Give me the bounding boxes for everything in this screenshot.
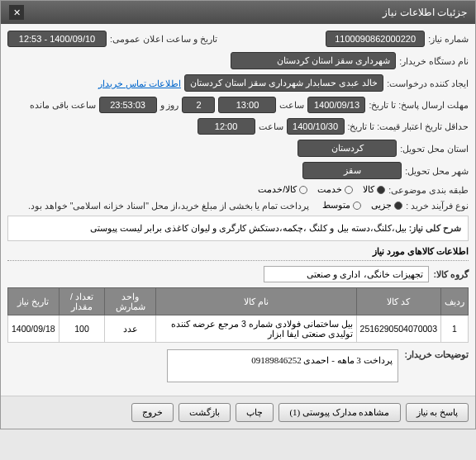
province-value: کردستان <box>298 140 397 157</box>
payment-note: پرداخت تمام یا بخشی از مبلغ خرید،از محل … <box>28 201 309 211</box>
buyer-org-label: نام دستگاه خریدار: <box>399 56 469 66</box>
th-unit: واحد شمارش <box>105 288 155 315</box>
buyer-notes-label: توضیحات خریدار: <box>405 349 469 359</box>
radio-kala[interactable]: کالا <box>363 184 385 195</box>
remaining-time: 23:53:03 <box>99 97 157 113</box>
exit-button[interactable]: خروج <box>131 403 174 422</box>
attachments-button[interactable]: مشاهده مدارک پیوستی (1) <box>278 403 400 422</box>
radio-label-both: کالا/خدمت <box>258 184 297 195</box>
deadline-date: 1400/09/13 <box>307 97 365 113</box>
time-label-2: ساعت <box>259 121 283 131</box>
requester-label: ایجاد کننده درخواست: <box>387 78 469 88</box>
table-header-row: ردیف کد کالا نام کالا واحد شمارش تعداد /… <box>8 288 469 315</box>
back-button[interactable]: بازگشت <box>178 403 231 422</box>
process-label: نوع فرآیند خرید : <box>406 201 469 211</box>
radio-dot-both <box>299 186 307 194</box>
footer-buttons: پاسخ به نیاز مشاهده مدارک پیوستی (1) چاپ… <box>1 396 475 429</box>
radio-dot-medium <box>353 202 361 210</box>
requester-value: خالد عبدی حسابدار شهرداری سقز استان کردس… <box>184 74 383 92</box>
radio-service[interactable]: خدمت <box>317 184 353 195</box>
validity-time: 12:00 <box>198 118 255 135</box>
general-desc-box: شرح کلی نیاز: بیل،کلنگ،دسته بیل و کلنگ ،… <box>7 216 469 241</box>
th-name: نام کالا <box>155 288 356 315</box>
radio-dot-service <box>345 186 353 194</box>
time-label-1: ساعت <box>279 100 304 110</box>
group-value[interactable] <box>264 266 429 282</box>
content-area: شماره نیاز: 1100090862000220 تاریخ و ساع… <box>1 24 475 396</box>
print-button[interactable]: چاپ <box>236 403 274 422</box>
detail-window: جزئیات اطلاعات نیاز ✕ شماره نیاز: 110009… <box>0 0 476 429</box>
close-button[interactable]: ✕ <box>9 5 24 20</box>
table-row: 1 2516290504070003 بیل ساختمانی فولادی ش… <box>8 315 469 343</box>
td-date: 1400/09/18 <box>8 315 60 343</box>
category-radio-group: کالا خدمت کالا/خدمت <box>258 184 385 195</box>
radio-label-service: خدمت <box>317 184 342 195</box>
radio-label-medium: متوسط <box>322 200 350 211</box>
radio-label-kala: کالا <box>363 184 374 195</box>
th-date: تاریخ نیاز <box>8 288 60 315</box>
td-name: بیل ساختمانی فولادی شماره 3 مرجع عرضه کن… <box>155 315 356 343</box>
validity-date: 1400/10/30 <box>287 118 345 135</box>
announce-date-value: 1400/09/10 - 12:53 <box>7 31 107 47</box>
td-unit: عدد <box>105 315 155 343</box>
td-code: 2516290504070003 <box>356 315 440 343</box>
radio-both[interactable]: کالا/خدمت <box>258 184 307 195</box>
th-qty: تعداد / مقدار <box>59 288 105 315</box>
city-value: سقز <box>302 162 402 179</box>
radio-dot-partial <box>394 202 402 210</box>
need-number-value: 1100090862000220 <box>326 31 425 47</box>
items-table: ردیف کد کالا نام کالا واحد شمارش تعداد /… <box>7 287 469 343</box>
deadline-time: 13:00 <box>218 97 276 113</box>
days-value: 2 <box>182 97 215 113</box>
contact-info-link[interactable]: اطلاعات تماس خریدار <box>98 78 181 88</box>
remaining-label: ساعت باقی مانده <box>30 100 96 110</box>
respond-button[interactable]: پاسخ به نیاز <box>406 403 469 422</box>
td-qty: 100 <box>59 315 105 343</box>
th-row: ردیف <box>441 288 469 315</box>
deadline-label: مهلت ارسال پاسخ: تا تاریخ: <box>369 100 469 110</box>
announce-date-label: تاریخ و ساعت اعلان عمومی: <box>110 34 217 44</box>
buyer-org-value: شهرداری سقز استان کردستان <box>231 52 396 69</box>
group-label: گروه کالا: <box>434 269 469 279</box>
category-label: طبقه بندی موضوعی: <box>388 185 469 195</box>
general-desc-value: بیل،کلنگ،دسته بیل و کلنگ ،چکمه،دستکش کار… <box>90 223 407 233</box>
radio-dot-kala <box>377 186 385 194</box>
days-label: روز و <box>160 100 179 110</box>
general-desc-label: شرح کلی نیاز: <box>409 223 461 233</box>
radio-label-partial: جزیی <box>371 200 392 211</box>
city-label: شهر محل تحویل: <box>405 166 469 176</box>
titlebar: جزئیات اطلاعات نیاز ✕ <box>1 1 475 24</box>
td-row: 1 <box>441 315 469 343</box>
validity-label: حداقل تاریخ اعتبار قیمت: تا تاریخ: <box>348 121 469 131</box>
th-code: کد کالا <box>356 288 440 315</box>
buyer-notes-value[interactable] <box>167 349 398 382</box>
need-number-label: شماره نیاز: <box>428 34 469 44</box>
province-label: استان محل تحویل: <box>400 144 469 154</box>
radio-medium[interactable]: متوسط <box>322 200 361 211</box>
window-title: جزئیات اطلاعات نیاز <box>383 7 467 18</box>
radio-partial[interactable]: جزیی <box>371 200 402 211</box>
process-radio-group: جزیی متوسط <box>322 200 402 211</box>
items-section-header: اطلاعات کالاهای مورد نیاز <box>7 246 469 261</box>
